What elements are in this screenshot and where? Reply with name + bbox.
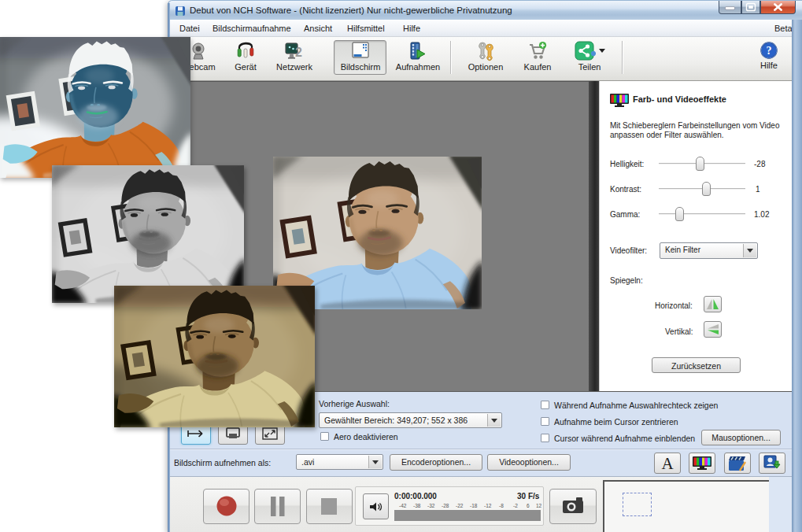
svg-text:2: 2 [295, 46, 302, 59]
svg-text:?: ? [767, 45, 772, 57]
